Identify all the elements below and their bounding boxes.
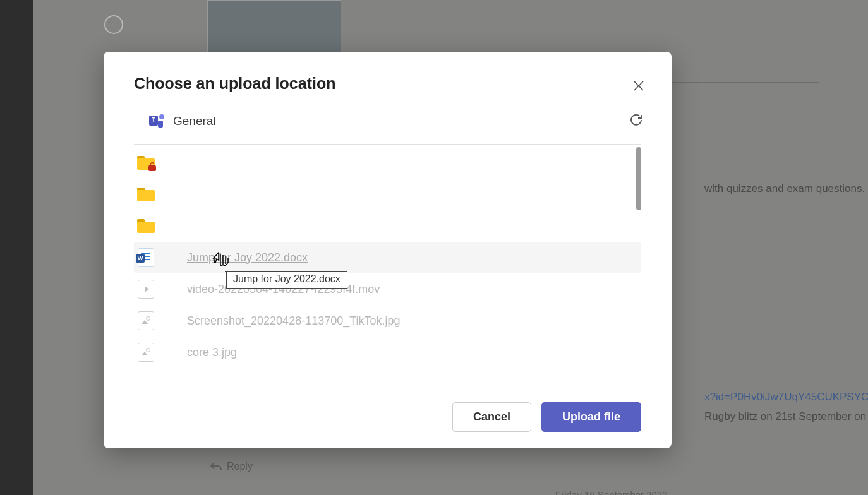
file-row-video[interactable]: video-20220504-140227-f2295f4f.mov: [134, 273, 641, 305]
upload-file-button[interactable]: Upload file: [541, 402, 641, 432]
file-row-image[interactable]: core 3.jpg: [134, 337, 641, 368]
word-doc-icon: W: [138, 248, 154, 267]
folder-row-locked[interactable]: [134, 147, 641, 179]
breadcrumb[interactable]: General: [149, 114, 216, 128]
file-name: Jump for Joy 2022.docx: [187, 251, 308, 265]
reply-button: Reply: [210, 461, 253, 472]
file-row-image[interactable]: Screenshot_20220428-113700_TikTok.jpg: [134, 305, 641, 337]
teams-icon: [149, 114, 164, 128]
dialog-title: Choose an upload location: [134, 75, 335, 93]
close-button[interactable]: [630, 77, 648, 95]
cancel-button[interactable]: Cancel: [452, 402, 531, 432]
folder-icon: [137, 219, 155, 233]
file-name: Screenshot_20220428-113700_TikTok.jpg: [187, 314, 401, 328]
bg-date: Friday 16 September 2022: [555, 489, 668, 495]
image-file-icon: [138, 311, 154, 330]
locked-folder-icon: [137, 156, 155, 170]
avatar-placeholder: [104, 15, 123, 34]
refresh-button[interactable]: [626, 110, 646, 133]
folder-row[interactable]: [134, 179, 641, 210]
folder-row[interactable]: [134, 210, 641, 242]
file-list[interactable]: W Jump for Joy 2022.docx video-20220504-…: [104, 145, 672, 388]
bg-text-rugby: Rugby blitz on 21st September on: [704, 410, 866, 423]
refresh-icon: [629, 112, 644, 128]
breadcrumb-label: General: [173, 114, 216, 128]
close-icon: [632, 80, 645, 92]
video-file-icon: [138, 280, 154, 299]
folder-icon: [137, 188, 155, 201]
reply-label: Reply: [227, 461, 253, 472]
file-tooltip: Jump for Joy 2022.docx: [226, 271, 347, 289]
scrollbar-thumb[interactable]: [636, 147, 641, 210]
bg-link: x?id=P0Hv0iJw7UqY45CUKPSYC8: [704, 391, 868, 403]
file-name: core 3.jpg: [187, 346, 237, 359]
bg-text-quizzes: with quizzes and exam questions. Get b: [704, 182, 868, 195]
attachment-thumbnail: [207, 0, 341, 53]
divider-line: [188, 484, 819, 484]
reply-arrow-icon: [210, 462, 222, 471]
file-row-docx[interactable]: W Jump for Joy 2022.docx: [134, 242, 641, 273]
image-file-icon: [138, 343, 154, 362]
upload-location-dialog: Choose an upload location General: [104, 52, 672, 448]
